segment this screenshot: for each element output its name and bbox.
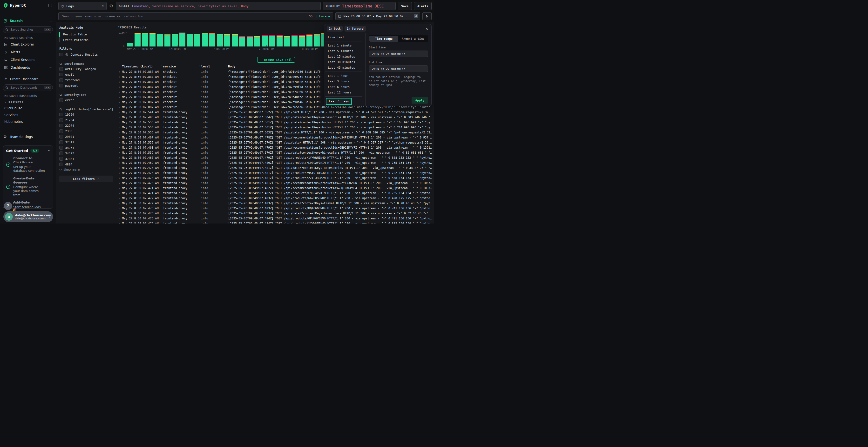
select-statement-input[interactable]: SELECT Timestamp, ServiceName as service… [116, 2, 321, 10]
filter-value-row[interactable]: 32311 [59, 139, 113, 145]
table-row[interactable]: >May 27 8:50:07.473 AMfrontend-proxyinfo… [117, 211, 434, 216]
column-resize-handle[interactable]: ⋮ [198, 65, 201, 69]
checkbox[interactable] [59, 129, 63, 133]
table-row[interactable]: >May 27 8:50:07.468 AMfrontend-proxyinfo… [117, 156, 434, 161]
row-expand-icon[interactable]: > [117, 120, 122, 125]
filter-value-row[interactable]: artillery-loadgen [59, 66, 113, 72]
table-row[interactable]: >May 27 8:50:07.472 AMfrontend-proxyinfo… [117, 196, 434, 201]
table-row[interactable]: >May 27 8:50:07.559 AMfrontend-proxyinfo… [117, 140, 434, 145]
column-header-level[interactable]: level [201, 65, 225, 69]
row-expand-icon[interactable]: > [117, 186, 122, 191]
start-time-input[interactable] [372, 52, 428, 56]
histogram-bar[interactable] [179, 33, 185, 46]
histogram-bar[interactable] [127, 33, 133, 46]
checkbox[interactable] [59, 135, 63, 138]
saved-dashboards-input[interactable]: ⌘K [3, 84, 53, 91]
checkbox[interactable] [59, 98, 63, 102]
histogram-bar[interactable] [194, 33, 200, 46]
row-expand-icon[interactable]: > [117, 74, 122, 79]
time-preset-last-15-minutes[interactable]: Last 15 minutes [324, 54, 365, 59]
row-expand-icon[interactable]: > [117, 171, 122, 176]
tab-around-a-time[interactable]: Around a time [399, 36, 428, 42]
one-hour-forward-button[interactable]: 1h forward [345, 26, 366, 32]
end-time-input[interactable] [372, 67, 428, 71]
source-select[interactable]: Logs [58, 2, 106, 10]
time-preset-last-6-hours[interactable]: Last 6 hours [324, 84, 365, 90]
histogram-bar[interactable] [172, 33, 178, 46]
row-expand-icon[interactable]: > [117, 181, 122, 186]
close-icon[interactable]: × [426, 27, 428, 31]
sidebar-item-client-sessions[interactable]: Client Sessions [0, 56, 56, 64]
sidebar-item-alerts[interactable]: Alerts [0, 48, 56, 56]
save-button[interactable]: Save [398, 2, 412, 10]
checkbox[interactable] [59, 163, 63, 166]
table-row[interactable]: >May 27 8:50:07.550 AMfrontend-proxyinfo… [117, 125, 434, 130]
row-expand-icon[interactable]: > [117, 196, 122, 201]
row-expand-icon[interactable]: > [117, 140, 122, 145]
row-expand-icon[interactable]: > [117, 161, 122, 166]
column-header-service[interactable]: service [163, 65, 198, 69]
filter-group-header[interactable]: LogAttributes['cache.size'] [59, 107, 113, 112]
row-expand-icon[interactable]: > [117, 69, 122, 74]
checkbox[interactable] [59, 73, 63, 76]
filter-value-row[interactable]: email [59, 72, 113, 77]
sidebar-item-chart-explorer[interactable]: Chart Explorer [0, 40, 56, 48]
row-expand-icon[interactable]: > [117, 90, 122, 95]
chevron-up-icon[interactable] [48, 150, 50, 151]
create-dashboard-button[interactable]: + Create Dashboard [0, 75, 56, 83]
analysis-mode-results-table[interactable]: Results Table [59, 32, 113, 37]
saved-dashboards-field[interactable] [10, 86, 42, 90]
filter-value-row[interactable]: payment [59, 83, 113, 89]
histogram-bar[interactable] [277, 33, 283, 46]
source-settings-gear-icon[interactable]: ⚙ [109, 4, 114, 8]
analysis-mode-event-patterns[interactable]: Event Patterns [59, 37, 113, 42]
histogram-bar[interactable] [224, 33, 230, 46]
row-expand-icon[interactable]: > [117, 206, 122, 211]
histogram-bar[interactable] [202, 33, 208, 46]
time-preset-last-2-days[interactable]: Last 2 days [324, 105, 365, 106]
table-row[interactable]: >May 27 8:50:07.493 AMfrontend-proxyinfo… [117, 115, 434, 120]
table-row[interactable]: >May 27 8:50:07.470 AMfrontend-proxyinfo… [117, 171, 434, 176]
table-row[interactable]: >May 27 8:50:07.470 AMfrontend-proxyinfo… [117, 181, 434, 186]
sidebar-collapse-icon[interactable] [48, 3, 52, 7]
saved-searches-field[interactable] [10, 28, 42, 32]
checkbox[interactable] [59, 124, 63, 128]
histogram-bar[interactable] [247, 33, 253, 46]
filter-value-row[interactable]: 33261 [59, 145, 113, 150]
sidebar-item-team-settings[interactable]: ⚙ Team Settings [0, 133, 56, 141]
histogram-bar[interactable] [217, 33, 223, 46]
histogram-bar[interactable] [239, 33, 245, 46]
histogram-bar[interactable] [261, 33, 268, 46]
resume-live-tail-button[interactable]: Resume Live Tail [257, 57, 295, 63]
filter-value-row[interactable]: 19350 [59, 112, 113, 117]
row-expand-icon[interactable]: > [117, 211, 122, 216]
table-row[interactable]: >May 27 8:50:07.469 AMfrontend-proxyinfo… [117, 161, 434, 166]
histogram-bar[interactable] [187, 33, 193, 46]
checkbox[interactable] [59, 67, 63, 71]
histogram-bar[interactable] [209, 33, 215, 46]
lucene-search-box[interactable]: SQL | Lucene [58, 12, 333, 20]
table-row[interactable]: >May 27 8:50:07.471 AMfrontend-proxyinfo… [117, 191, 434, 196]
filter-value-row[interactable]: 22974 [59, 123, 113, 128]
time-range-input[interactable]: d [335, 12, 420, 20]
one-hour-back-button[interactable]: 1h back [327, 26, 343, 32]
time-preset-last-3-hours[interactable]: Last 3 hours [324, 78, 365, 84]
table-row[interactable]: >May 27 8:50:07.473 AMfrontend-proxyinfo… [117, 216, 434, 221]
sidebar-item-search[interactable]: Search [0, 16, 56, 25]
presets-toggle[interactable]: PRESETS [0, 99, 56, 105]
histogram-bar[interactable] [299, 33, 305, 46]
histogram-bar[interactable] [142, 33, 148, 46]
row-expand-icon[interactable]: > [117, 145, 122, 150]
lang-toggle-lucene[interactable]: Lucene [319, 14, 330, 18]
checkbox[interactable] [59, 118, 63, 122]
time-preset-last-1-minute[interactable]: Last 1 minute [324, 43, 365, 48]
time-range-field[interactable] [343, 14, 412, 18]
table-row[interactable]: >May 27 8:50:07.471 AMfrontend-proxyinfo… [117, 186, 434, 191]
get-started-step[interactable]: Create Data SourcesConfigure where your … [6, 176, 50, 197]
row-expand-icon[interactable]: > [117, 221, 122, 224]
time-preset-last-12-hours[interactable]: Last 12 hours [324, 90, 365, 95]
time-preset-last-1-hour[interactable]: Last 1 hour [324, 73, 365, 78]
filter-value-row[interactable]: 21734 [59, 117, 113, 123]
search-input[interactable] [61, 14, 307, 18]
row-expand-icon[interactable]: > [117, 201, 122, 206]
